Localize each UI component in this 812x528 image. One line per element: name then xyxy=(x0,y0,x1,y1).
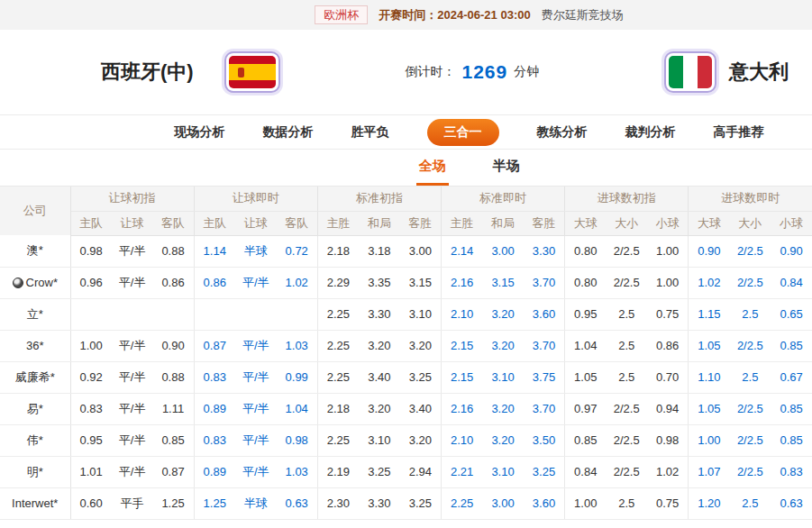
odds-cell: 1.04 xyxy=(565,330,607,361)
odds-cell: 2.25 xyxy=(317,424,359,456)
odds-cell: 3.40 xyxy=(400,393,442,424)
odds-cell: 3.25 xyxy=(524,456,565,487)
odds-cell: 0.75 xyxy=(647,487,689,519)
odds-cell: 3.70 xyxy=(524,330,565,361)
odds-cell: 2/2.5 xyxy=(730,393,771,424)
odds-cell: 2.16 xyxy=(441,393,482,424)
group-header-3: 标准初指 xyxy=(317,187,441,211)
odds-cell: 0.96 xyxy=(70,267,112,298)
venue: 费尔廷斯竞技场 xyxy=(542,7,624,23)
nav-tab-referee-analysis[interactable]: 裁判分析 xyxy=(625,124,676,141)
odds-cell: 2.25 xyxy=(317,361,359,393)
odds-cell: 3.00 xyxy=(482,235,524,267)
sub-tab-half-time[interactable]: 半场 xyxy=(490,150,523,186)
nav-tab-live-analysis[interactable]: 现场分析 xyxy=(175,124,225,141)
odds-cell: 0.88 xyxy=(152,235,194,267)
nav-tab-coach-analysis[interactable]: 教练分析 xyxy=(537,124,588,141)
odds-cell xyxy=(235,298,277,330)
odds-cell: 3.50 xyxy=(524,424,565,456)
match-info-bar: 欧洲杯 开赛时间：2024-06-21 03:00 费尔廷斯竞技场 xyxy=(0,0,812,30)
column-header: 和局 xyxy=(359,211,400,235)
table-row: 威廉希*0.92平/半0.880.83平/半0.992.253.403.252.… xyxy=(0,361,812,393)
odds-cell: 3.30 xyxy=(359,487,400,519)
home-team: 西班牙(中) xyxy=(101,51,280,93)
odds-cell: 3.70 xyxy=(524,393,565,424)
odds-cell: 2.10 xyxy=(441,298,482,330)
odds-cell: 1.02 xyxy=(647,456,689,487)
odds-cell: 2.29 xyxy=(317,267,359,298)
odds-cell: 3.20 xyxy=(482,424,524,456)
odds-table: 公司让球初指让球即时标准初指标准即时进球数初指进球数即时 主队让球客队主队让球客… xyxy=(0,187,812,520)
odds-cell: 3.10 xyxy=(482,456,524,487)
start-time: 开赛时间：2024-06-21 03:00 xyxy=(379,7,530,23)
odds-cell: 2.16 xyxy=(441,267,482,298)
odds-cell: 1.05 xyxy=(689,330,730,361)
league-badge[interactable]: 欧洲杯 xyxy=(315,5,368,25)
spain-emblem-icon xyxy=(238,68,244,77)
countdown-label: 倒计时： xyxy=(405,64,455,80)
company-name[interactable]: Interwet* xyxy=(0,487,70,519)
odds-cell: 3.60 xyxy=(524,298,565,330)
odds-cell: 0.60 xyxy=(70,487,112,519)
odds-cell: 2.5 xyxy=(606,330,647,361)
odds-cell: 平/半 xyxy=(235,393,277,424)
company-name[interactable]: 威廉希* xyxy=(0,361,70,393)
odds-cell: 3.20 xyxy=(400,330,442,361)
odds-cell: 1.11 xyxy=(152,393,194,424)
company-name[interactable]: Crow* xyxy=(0,267,70,298)
soccer-ball-icon xyxy=(13,278,23,288)
company-name[interactable]: 36* xyxy=(0,330,70,361)
countdown-unit: 分钟 xyxy=(514,64,539,80)
odds-cell: 0.70 xyxy=(647,361,689,393)
group-header-5: 进球数初指 xyxy=(565,187,689,211)
odds-cell: 0.86 xyxy=(194,267,235,298)
company-name[interactable]: 立* xyxy=(0,298,70,330)
odds-cell: 2.21 xyxy=(441,456,482,487)
column-header: 大小 xyxy=(606,211,647,235)
odds-cell: 1.00 xyxy=(647,235,689,267)
column-header: 和局 xyxy=(482,211,524,235)
odds-cell: 2/2.5 xyxy=(730,235,771,267)
table-col-row: 主队让球客队主队让球客队主胜和局客胜主胜和局客胜大球大小小球大球大小小球 xyxy=(0,211,812,235)
company-name[interactable]: 明* xyxy=(0,456,70,487)
odds-cell: 平/半 xyxy=(235,456,277,487)
spain-flag-icon xyxy=(224,51,280,93)
odds-cell: 平/半 xyxy=(112,393,153,424)
nav-tab-win-draw-lose[interactable]: 胜平负 xyxy=(351,124,389,141)
table-group-row: 公司让球初指让球即时标准初指标准即时进球数初指进球数即时 xyxy=(0,187,812,211)
italy-flag-icon xyxy=(664,51,716,93)
odds-cell: 0.86 xyxy=(152,267,194,298)
odds-cell: 0.63 xyxy=(771,487,812,519)
odds-cell: 2.5 xyxy=(606,298,647,330)
odds-cell: 1.07 xyxy=(689,456,730,487)
column-header: 主胜 xyxy=(317,211,359,235)
odds-cell: 3.30 xyxy=(524,235,565,267)
odds-cell: 2.25 xyxy=(317,330,359,361)
odds-cell: 平/半 xyxy=(235,267,277,298)
sub-tab-full-time[interactable]: 全场 xyxy=(416,150,449,186)
countdown-value: 1269 xyxy=(461,61,507,83)
odds-cell: 1.00 xyxy=(689,424,730,456)
odds-cell: 3.20 xyxy=(482,330,524,361)
odds-cell: 2/2.5 xyxy=(606,267,647,298)
odds-cell: 3.15 xyxy=(482,267,524,298)
odds-cell: 3.30 xyxy=(359,298,400,330)
nav-tab-expert-picks[interactable]: 高手推荐 xyxy=(714,124,764,141)
odds-cell: 0.85 xyxy=(771,393,812,424)
company-name[interactable]: 易* xyxy=(0,393,70,424)
table-row: 立*2.253.303.102.103.203.600.952.50.751.1… xyxy=(0,298,812,330)
company-name[interactable]: 澳* xyxy=(0,235,70,267)
nav-tab-three-in-one[interactable]: 三合一 xyxy=(427,119,499,146)
odds-cell: 平/半 xyxy=(235,361,277,393)
away-team: 意大利 xyxy=(664,51,789,93)
odds-cell: 3.20 xyxy=(359,393,400,424)
company-name[interactable]: 伟* xyxy=(0,424,70,456)
odds-cell: 半球 xyxy=(235,235,277,267)
odds-cell: 平/半 xyxy=(235,424,277,456)
odds-cell: 1.25 xyxy=(152,487,194,519)
nav-tabs: 现场分析数据分析胜平负三合一教练分析裁判分析高手推荐 xyxy=(0,114,812,150)
column-header: 主队 xyxy=(194,211,235,235)
column-header: 主胜 xyxy=(441,211,482,235)
odds-cell: 0.80 xyxy=(565,267,607,298)
nav-tab-data-analysis[interactable]: 数据分析 xyxy=(263,124,314,141)
